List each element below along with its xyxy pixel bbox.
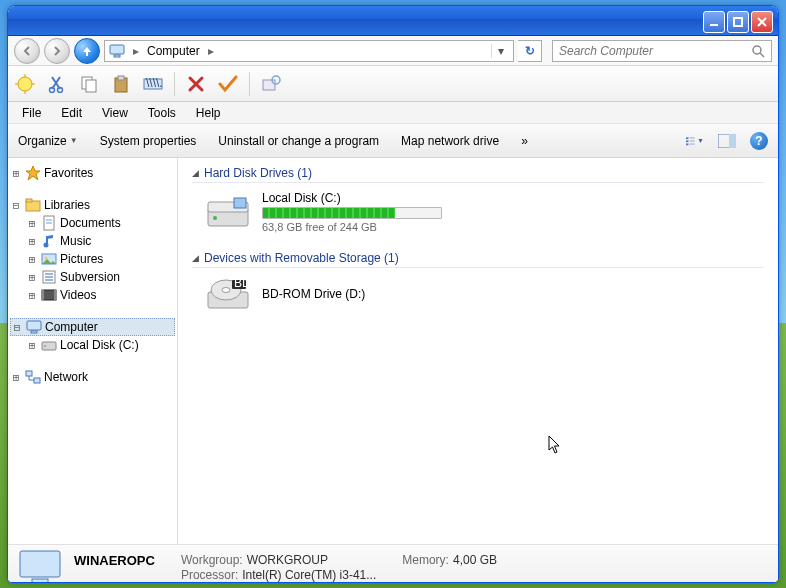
- svg-rect-49: [26, 371, 32, 376]
- map-drive-button[interactable]: Map network drive: [401, 134, 499, 148]
- tree-pictures[interactable]: ⊞Pictures: [10, 250, 175, 268]
- explorer-window: ▸ Computer ▸ ▾ ↻ \\\\.. File Edit View T…: [7, 5, 779, 583]
- back-button[interactable]: [14, 38, 40, 64]
- drive-bd-rom-d[interactable]: BD BD-ROM Drive (D:): [206, 276, 764, 312]
- chevron-down-icon: ▼: [70, 136, 78, 145]
- svg-rect-19: [263, 80, 275, 90]
- menu-file[interactable]: File: [14, 104, 49, 122]
- tree-local-disk[interactable]: ⊞Local Disk (C:): [10, 336, 175, 354]
- breadcrumb-separator-icon[interactable]: ▸: [131, 44, 141, 58]
- tree-subversion[interactable]: ⊞Subversion: [10, 268, 175, 286]
- content-pane[interactable]: ◢Hard Disk Drives (1) Local Disk (C:) 63…: [178, 158, 778, 544]
- delete-icon[interactable]: [185, 73, 207, 95]
- up-button[interactable]: [74, 38, 100, 64]
- details-memory-label: Memory:: [402, 553, 449, 567]
- address-bar[interactable]: ▸ Computer ▸ ▾: [104, 40, 514, 62]
- tree-favorites[interactable]: ⊞Favorites: [10, 164, 175, 182]
- tree-videos[interactable]: ⊞Videos: [10, 286, 175, 304]
- svg-rect-50: [34, 378, 40, 383]
- svg-rect-31: [26, 199, 32, 202]
- organize-button[interactable]: Organize▼: [18, 134, 78, 148]
- cut-icon[interactable]: [46, 73, 68, 95]
- svg-rect-61: [32, 579, 48, 584]
- plugin-toolbar: \\\\..: [8, 66, 778, 102]
- tree-libraries[interactable]: ⊟Libraries: [10, 196, 175, 214]
- group-hdd[interactable]: ◢Hard Disk Drives (1): [192, 166, 764, 183]
- drive-local-disk-c[interactable]: Local Disk (C:) 63,8 GB free of 244 GB: [206, 191, 764, 233]
- svg-point-12: [58, 87, 63, 92]
- tree-music[interactable]: ⊞Music: [10, 232, 175, 250]
- overflow-button[interactable]: »: [521, 134, 528, 148]
- details-memory: 4,00 GB: [453, 553, 497, 567]
- navigation-bar: ▸ Computer ▸ ▾ ↻: [8, 36, 778, 66]
- breadcrumb-computer[interactable]: Computer: [147, 44, 200, 58]
- svg-text:BD: BD: [234, 276, 250, 290]
- menu-edit[interactable]: Edit: [53, 104, 90, 122]
- window-titlebar[interactable]: [8, 6, 778, 36]
- svg-point-37: [45, 257, 48, 260]
- svg-rect-22: [686, 140, 688, 142]
- copy-icon[interactable]: [78, 73, 100, 95]
- view-mode-button[interactable]: ▼: [686, 132, 704, 150]
- settings-icon[interactable]: [260, 73, 282, 95]
- uninstall-button[interactable]: Uninstall or change a program: [218, 134, 379, 148]
- computer-icon: [18, 549, 62, 584]
- paste-icon[interactable]: [110, 73, 132, 95]
- forward-button[interactable]: [44, 38, 70, 64]
- drive-name: BD-ROM Drive (D:): [262, 287, 365, 301]
- close-button[interactable]: [751, 11, 773, 33]
- help-button[interactable]: ?: [750, 132, 768, 150]
- preview-pane-button[interactable]: [718, 132, 736, 150]
- breadcrumb-separator-icon[interactable]: ▸: [206, 44, 216, 58]
- svg-point-6: [18, 77, 32, 91]
- menu-bar: File Edit View Tools Help: [8, 102, 778, 124]
- svg-rect-0: [710, 24, 718, 26]
- menu-view[interactable]: View: [94, 104, 136, 122]
- optical-drive-icon: BD: [206, 276, 250, 312]
- svg-rect-14: [86, 80, 96, 92]
- svg-rect-1: [734, 18, 742, 26]
- svg-line-5: [760, 53, 764, 57]
- svg-rect-28: [729, 134, 736, 148]
- group-removable[interactable]: ◢Devices with Removable Storage (1): [192, 251, 764, 268]
- svg-point-11: [50, 87, 55, 92]
- tree-network[interactable]: ⊞Network: [10, 368, 175, 386]
- search-input[interactable]: [559, 44, 751, 58]
- svg-rect-54: [234, 198, 246, 208]
- search-icon: [751, 44, 765, 58]
- details-workgroup: WORKGROUP: [247, 553, 328, 567]
- svg-point-35: [44, 243, 49, 248]
- svg-rect-43: [42, 290, 44, 300]
- collapse-icon: ◢: [192, 253, 199, 263]
- hard-disk-icon: [206, 194, 250, 230]
- menu-help[interactable]: Help: [188, 104, 229, 122]
- command-bar: Organize▼ System properties Uninstall or…: [8, 124, 778, 158]
- svg-rect-42: [42, 290, 56, 300]
- tree-documents[interactable]: ⊞Documents: [10, 214, 175, 232]
- maximize-button[interactable]: [727, 11, 749, 33]
- search-box[interactable]: [552, 40, 772, 62]
- svg-point-57: [222, 288, 230, 293]
- drive-name: Local Disk (C:): [262, 191, 442, 205]
- body-area: ⊞Favorites ⊟Libraries ⊞Documents ⊞Music …: [8, 158, 778, 544]
- details-processor: Intel(R) Core(TM) i3-41...: [242, 568, 376, 582]
- rename-icon[interactable]: \\\\..: [142, 73, 164, 95]
- tree-computer[interactable]: ⊟Computer: [10, 318, 175, 336]
- svg-point-53: [213, 216, 217, 220]
- details-workgroup-label: Workgroup:: [181, 553, 243, 567]
- address-dropdown-icon[interactable]: ▾: [491, 44, 509, 58]
- details-computer-name: WINAEROPC: [74, 553, 155, 568]
- svg-marker-29: [26, 166, 40, 180]
- menu-tools[interactable]: Tools: [140, 104, 184, 122]
- check-icon[interactable]: [217, 73, 239, 95]
- refresh-button[interactable]: ↻: [518, 40, 542, 62]
- collapse-icon: ◢: [192, 168, 199, 178]
- minimize-button[interactable]: [703, 11, 725, 33]
- system-properties-button[interactable]: System properties: [100, 134, 197, 148]
- svg-rect-44: [54, 290, 56, 300]
- details-pane: WINAEROPC Workgroup:WORKGROUP Processor:…: [8, 544, 778, 583]
- navigation-tree[interactable]: ⊞Favorites ⊟Libraries ⊞Documents ⊞Music …: [8, 158, 178, 544]
- svg-rect-3: [114, 55, 120, 57]
- new-icon[interactable]: [14, 73, 36, 95]
- computer-icon: [109, 44, 125, 58]
